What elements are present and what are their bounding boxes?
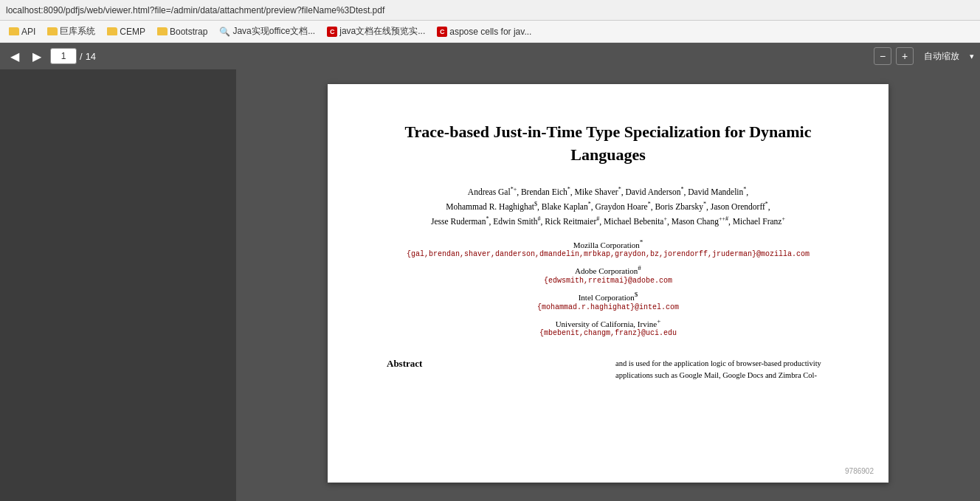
bookmark-aspose-label: aspose cells for jav... <box>449 27 531 37</box>
bookmark-java-office[interactable]: 🔍 Java实现office文档... <box>215 24 320 39</box>
page-number-input[interactable] <box>50 48 77 64</box>
bookmark-java-office-label: Java实现office文档... <box>232 25 315 38</box>
folder-icon <box>107 27 117 35</box>
left-sidebar <box>0 69 236 501</box>
bookmark-api-label: API <box>21 27 35 37</box>
authors-block: Andreas Gal*+, Brendan Eich*, Mike Shave… <box>387 184 829 229</box>
magnify-icon: 🔍 <box>219 27 230 37</box>
pdf-content-area[interactable]: Trace-based Just-in-Time Type Specializa… <box>236 69 980 501</box>
bookmark-aspose[interactable]: C aspose cells for jav... <box>432 25 536 38</box>
address-bar: localhost:8090/pdfjs/web/viewer.html?fil… <box>0 0 980 21</box>
page-separator: / <box>80 51 83 62</box>
page-total: 14 <box>86 51 96 62</box>
bookmark-api[interactable]: API <box>4 25 40 38</box>
prev-page-button[interactable]: ◀ <box>6 48 24 65</box>
folder-icon <box>47 27 58 35</box>
bookmark-java-online[interactable]: C java文档在线预览实... <box>322 24 429 39</box>
bookmark-bootstrap[interactable]: Bootstrap <box>153 25 212 38</box>
next-page-button[interactable]: ▶ <box>28 48 46 65</box>
paper-title: Trace-based Just-in-Time Type Specializa… <box>387 121 829 167</box>
abstract-heading: Abstract <box>387 358 601 370</box>
bookmark-cemp[interactable]: CEMP <box>103 25 150 38</box>
bookmark-bk-label: 巨库系统 <box>60 25 95 38</box>
affiliations-block: Mozilla Corporation* {gal,brendan,shaver… <box>387 238 829 338</box>
authors-line-1: Andreas Gal*+, Brendan Eich*, Mike Shave… <box>387 184 829 199</box>
pdf-toolbar: ◀ ▶ / 14 − + 自动缩放 ▾ <box>0 43 980 69</box>
pdf-page: Trace-based Just-in-Time Type Specializa… <box>328 84 888 483</box>
affiliation-adobe-email: {edwsmith,rreitmai}@adobe.com <box>387 277 829 285</box>
affiliation-adobe-name: Adobe Corporation# <box>387 264 829 275</box>
abstract-section: Abstract and is used for the application… <box>387 358 829 381</box>
bookmark-bootstrap-label: Bootstrap <box>170 27 207 37</box>
authors-line-3: Jesse Ruderman*, Edwin Smith#, Rick Reit… <box>387 214 829 229</box>
bookmark-java-online-label: java文档在线预览实... <box>339 25 425 38</box>
affiliation-mozilla-name: Mozilla Corporation* <box>387 238 829 249</box>
bookmark-bk[interactable]: 巨库系统 <box>43 24 100 39</box>
affiliation-uci-name: University of California, Irvine+ <box>387 317 829 328</box>
abstract-right-col: and is used for the application logic of… <box>615 358 829 381</box>
page-navigation: / 14 <box>50 48 96 64</box>
affiliation-intel-name: Intel Corporation$ <box>387 291 829 302</box>
authors-line-2: Mohammad R. Haghighat$, Blake Kaplan*, G… <box>387 199 829 214</box>
url-text[interactable]: localhost:8090/pdfjs/web/viewer.html?fil… <box>6 5 384 15</box>
red-c-icon-2: C <box>437 27 447 37</box>
zoom-label: 自动缩放 <box>918 50 965 63</box>
page-number-bottom: 9786902 <box>845 467 874 475</box>
abstract-left-col: Abstract <box>387 358 601 381</box>
abstract-right-text: and is used for the application logic of… <box>615 358 829 381</box>
red-c-icon: C <box>327 27 337 37</box>
bookmark-cemp-label: CEMP <box>120 27 145 37</box>
bookmarks-bar: API 巨库系统 CEMP Bootstrap 🔍 Java实现office文档… <box>0 21 980 43</box>
affiliation-intel-email: {mohammad.r.haghighat}@intel.com <box>387 303 829 311</box>
affiliation-uci-email: {mbebenit,changm,franz}@uci.edu <box>387 329 829 337</box>
zoom-chevron-icon: ▾ <box>970 52 974 61</box>
folder-icon <box>157 27 168 35</box>
zoom-minus-button[interactable]: − <box>874 47 891 65</box>
zoom-plus-button[interactable]: + <box>896 47 914 65</box>
folder-icon <box>9 27 19 35</box>
main-area: Trace-based Just-in-Time Type Specializa… <box>0 69 980 501</box>
affiliation-mozilla-email: {gal,brendan,shaver,danderson,dmandelin,… <box>387 250 829 258</box>
